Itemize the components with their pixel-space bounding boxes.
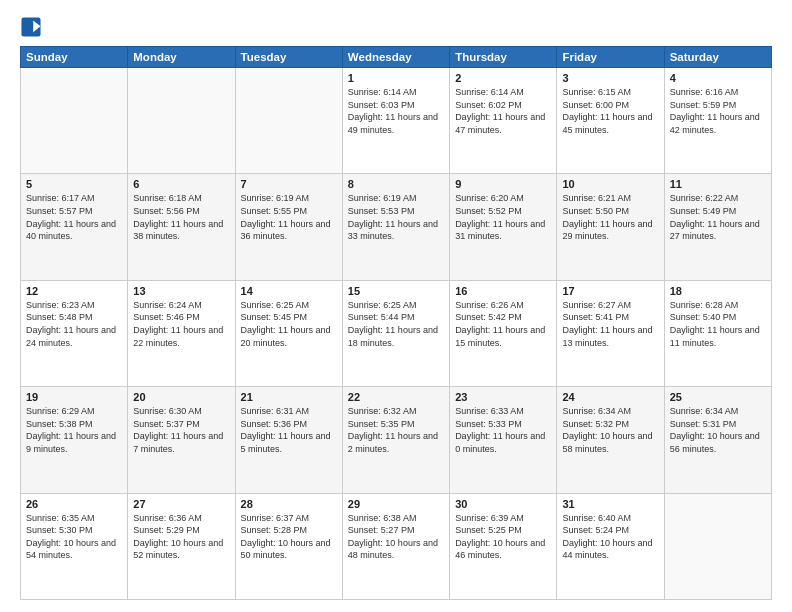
day-cell: 15Sunrise: 6:25 AM Sunset: 5:44 PM Dayli…	[342, 280, 449, 386]
day-cell: 18Sunrise: 6:28 AM Sunset: 5:40 PM Dayli…	[664, 280, 771, 386]
day-number: 1	[348, 72, 444, 84]
day-info: Sunrise: 6:19 AM Sunset: 5:55 PM Dayligh…	[241, 192, 337, 242]
day-cell	[128, 68, 235, 174]
weekday-header-tuesday: Tuesday	[235, 47, 342, 68]
day-cell: 14Sunrise: 6:25 AM Sunset: 5:45 PM Dayli…	[235, 280, 342, 386]
day-number: 25	[670, 391, 766, 403]
logo-icon	[20, 16, 42, 38]
day-number: 23	[455, 391, 551, 403]
day-info: Sunrise: 6:31 AM Sunset: 5:36 PM Dayligh…	[241, 405, 337, 455]
day-number: 15	[348, 285, 444, 297]
day-cell: 11Sunrise: 6:22 AM Sunset: 5:49 PM Dayli…	[664, 174, 771, 280]
day-cell: 6Sunrise: 6:18 AM Sunset: 5:56 PM Daylig…	[128, 174, 235, 280]
day-number: 19	[26, 391, 122, 403]
day-cell: 12Sunrise: 6:23 AM Sunset: 5:48 PM Dayli…	[21, 280, 128, 386]
weekday-header-thursday: Thursday	[450, 47, 557, 68]
day-info: Sunrise: 6:36 AM Sunset: 5:29 PM Dayligh…	[133, 512, 229, 562]
logo	[20, 16, 46, 38]
day-cell: 5Sunrise: 6:17 AM Sunset: 5:57 PM Daylig…	[21, 174, 128, 280]
day-info: Sunrise: 6:20 AM Sunset: 5:52 PM Dayligh…	[455, 192, 551, 242]
day-number: 26	[26, 498, 122, 510]
day-number: 29	[348, 498, 444, 510]
week-row-1: 1Sunrise: 6:14 AM Sunset: 6:03 PM Daylig…	[21, 68, 772, 174]
day-cell: 21Sunrise: 6:31 AM Sunset: 5:36 PM Dayli…	[235, 387, 342, 493]
day-number: 28	[241, 498, 337, 510]
day-info: Sunrise: 6:26 AM Sunset: 5:42 PM Dayligh…	[455, 299, 551, 349]
day-info: Sunrise: 6:32 AM Sunset: 5:35 PM Dayligh…	[348, 405, 444, 455]
day-cell: 7Sunrise: 6:19 AM Sunset: 5:55 PM Daylig…	[235, 174, 342, 280]
week-row-5: 26Sunrise: 6:35 AM Sunset: 5:30 PM Dayli…	[21, 493, 772, 599]
day-info: Sunrise: 6:14 AM Sunset: 6:02 PM Dayligh…	[455, 86, 551, 136]
day-number: 17	[562, 285, 658, 297]
day-info: Sunrise: 6:27 AM Sunset: 5:41 PM Dayligh…	[562, 299, 658, 349]
day-number: 13	[133, 285, 229, 297]
day-info: Sunrise: 6:22 AM Sunset: 5:49 PM Dayligh…	[670, 192, 766, 242]
day-cell: 31Sunrise: 6:40 AM Sunset: 5:24 PM Dayli…	[557, 493, 664, 599]
week-row-3: 12Sunrise: 6:23 AM Sunset: 5:48 PM Dayli…	[21, 280, 772, 386]
header	[20, 16, 772, 38]
day-info: Sunrise: 6:17 AM Sunset: 5:57 PM Dayligh…	[26, 192, 122, 242]
day-info: Sunrise: 6:15 AM Sunset: 6:00 PM Dayligh…	[562, 86, 658, 136]
day-number: 27	[133, 498, 229, 510]
day-cell: 24Sunrise: 6:34 AM Sunset: 5:32 PM Dayli…	[557, 387, 664, 493]
day-info: Sunrise: 6:33 AM Sunset: 5:33 PM Dayligh…	[455, 405, 551, 455]
day-cell: 28Sunrise: 6:37 AM Sunset: 5:28 PM Dayli…	[235, 493, 342, 599]
day-number: 14	[241, 285, 337, 297]
day-cell: 26Sunrise: 6:35 AM Sunset: 5:30 PM Dayli…	[21, 493, 128, 599]
day-info: Sunrise: 6:16 AM Sunset: 5:59 PM Dayligh…	[670, 86, 766, 136]
day-number: 9	[455, 178, 551, 190]
day-cell: 1Sunrise: 6:14 AM Sunset: 6:03 PM Daylig…	[342, 68, 449, 174]
day-number: 30	[455, 498, 551, 510]
day-number: 7	[241, 178, 337, 190]
day-number: 4	[670, 72, 766, 84]
day-cell	[664, 493, 771, 599]
day-info: Sunrise: 6:28 AM Sunset: 5:40 PM Dayligh…	[670, 299, 766, 349]
day-cell: 30Sunrise: 6:39 AM Sunset: 5:25 PM Dayli…	[450, 493, 557, 599]
day-info: Sunrise: 6:25 AM Sunset: 5:44 PM Dayligh…	[348, 299, 444, 349]
weekday-header-monday: Monday	[128, 47, 235, 68]
calendar-table: SundayMondayTuesdayWednesdayThursdayFrid…	[20, 46, 772, 600]
day-number: 10	[562, 178, 658, 190]
day-number: 20	[133, 391, 229, 403]
day-cell: 16Sunrise: 6:26 AM Sunset: 5:42 PM Dayli…	[450, 280, 557, 386]
day-info: Sunrise: 6:24 AM Sunset: 5:46 PM Dayligh…	[133, 299, 229, 349]
weekday-header-sunday: Sunday	[21, 47, 128, 68]
day-cell: 17Sunrise: 6:27 AM Sunset: 5:41 PM Dayli…	[557, 280, 664, 386]
day-number: 8	[348, 178, 444, 190]
week-row-4: 19Sunrise: 6:29 AM Sunset: 5:38 PM Dayli…	[21, 387, 772, 493]
day-info: Sunrise: 6:21 AM Sunset: 5:50 PM Dayligh…	[562, 192, 658, 242]
day-cell: 19Sunrise: 6:29 AM Sunset: 5:38 PM Dayli…	[21, 387, 128, 493]
day-cell: 20Sunrise: 6:30 AM Sunset: 5:37 PM Dayli…	[128, 387, 235, 493]
day-info: Sunrise: 6:40 AM Sunset: 5:24 PM Dayligh…	[562, 512, 658, 562]
day-number: 21	[241, 391, 337, 403]
day-info: Sunrise: 6:19 AM Sunset: 5:53 PM Dayligh…	[348, 192, 444, 242]
day-number: 5	[26, 178, 122, 190]
day-cell	[235, 68, 342, 174]
day-number: 31	[562, 498, 658, 510]
day-cell: 4Sunrise: 6:16 AM Sunset: 5:59 PM Daylig…	[664, 68, 771, 174]
day-cell: 8Sunrise: 6:19 AM Sunset: 5:53 PM Daylig…	[342, 174, 449, 280]
day-info: Sunrise: 6:35 AM Sunset: 5:30 PM Dayligh…	[26, 512, 122, 562]
day-cell: 10Sunrise: 6:21 AM Sunset: 5:50 PM Dayli…	[557, 174, 664, 280]
day-number: 12	[26, 285, 122, 297]
day-number: 24	[562, 391, 658, 403]
day-cell: 23Sunrise: 6:33 AM Sunset: 5:33 PM Dayli…	[450, 387, 557, 493]
day-cell: 29Sunrise: 6:38 AM Sunset: 5:27 PM Dayli…	[342, 493, 449, 599]
day-cell: 25Sunrise: 6:34 AM Sunset: 5:31 PM Dayli…	[664, 387, 771, 493]
weekday-header-wednesday: Wednesday	[342, 47, 449, 68]
day-number: 2	[455, 72, 551, 84]
day-number: 22	[348, 391, 444, 403]
day-number: 11	[670, 178, 766, 190]
day-info: Sunrise: 6:34 AM Sunset: 5:31 PM Dayligh…	[670, 405, 766, 455]
day-number: 16	[455, 285, 551, 297]
day-cell: 22Sunrise: 6:32 AM Sunset: 5:35 PM Dayli…	[342, 387, 449, 493]
day-info: Sunrise: 6:25 AM Sunset: 5:45 PM Dayligh…	[241, 299, 337, 349]
day-info: Sunrise: 6:23 AM Sunset: 5:48 PM Dayligh…	[26, 299, 122, 349]
day-cell: 2Sunrise: 6:14 AM Sunset: 6:02 PM Daylig…	[450, 68, 557, 174]
day-cell: 3Sunrise: 6:15 AM Sunset: 6:00 PM Daylig…	[557, 68, 664, 174]
day-info: Sunrise: 6:34 AM Sunset: 5:32 PM Dayligh…	[562, 405, 658, 455]
day-number: 3	[562, 72, 658, 84]
weekday-header-row: SundayMondayTuesdayWednesdayThursdayFrid…	[21, 47, 772, 68]
day-info: Sunrise: 6:37 AM Sunset: 5:28 PM Dayligh…	[241, 512, 337, 562]
day-info: Sunrise: 6:30 AM Sunset: 5:37 PM Dayligh…	[133, 405, 229, 455]
